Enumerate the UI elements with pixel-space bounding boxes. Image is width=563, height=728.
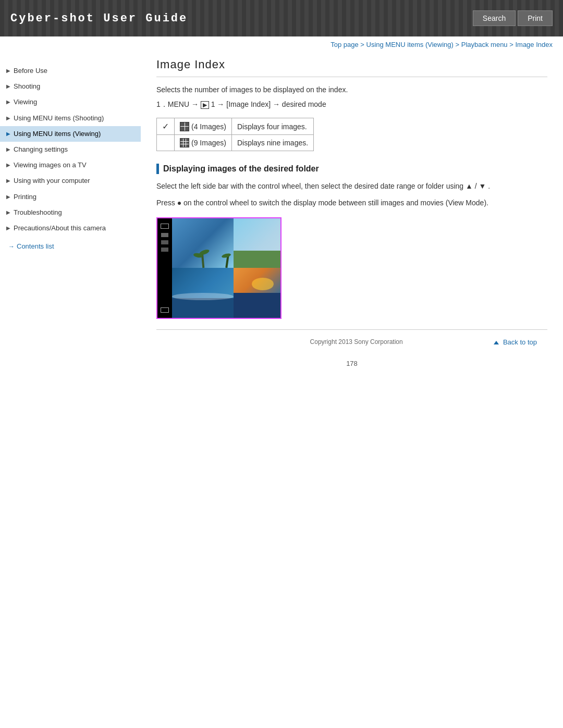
image-sidebar-panel <box>157 218 172 318</box>
sidebar-item-changing-settings[interactable]: ▶ Changing settings <box>0 142 141 157</box>
contents-arrow-icon: → <box>8 243 15 250</box>
sidebar-item-computer[interactable]: ▶ Using with your computer <box>0 173 141 189</box>
photo-cell-1 <box>172 218 234 268</box>
section-heading-text: Displaying images of the desired folder <box>163 164 319 174</box>
panel-top-icon <box>161 224 169 229</box>
sidebar-label-precautions: Precautions/About this camera <box>14 224 106 233</box>
breadcrumb: Top page > Using MENU items (Viewing) > … <box>0 36 563 53</box>
menu-path-text: 1．MENU → ▶ 1 → [Image Index] → desired m… <box>156 100 547 109</box>
breadcrumb-top[interactable]: Top page <box>331 41 359 48</box>
sidebar-label-computer: Using with your computer <box>14 176 90 186</box>
section-text-1: Select the left side bar with the contro… <box>156 180 547 192</box>
sidebar-label-troubleshooting: Troubleshooting <box>14 208 62 217</box>
sidebar-label-changing-settings: Changing settings <box>14 145 68 154</box>
table-row-4images: ✓ (4 Images) Displays four images. <box>157 118 314 135</box>
sidebar-arrow-computer: ▶ <box>6 177 10 184</box>
nine-images-desc: Displays nine images. <box>231 135 313 151</box>
sidebar-arrow-precautions: ▶ <box>6 225 10 232</box>
contents-list-link[interactable]: → Contents list <box>0 236 141 256</box>
photo-grid <box>172 218 282 318</box>
section-text-2: Press ● on the control wheel to switch t… <box>156 197 547 208</box>
sidebar-label-menu-viewing: Using MENU items (Viewing) <box>14 129 101 139</box>
header: Cyber-shot User Guide Search Print <box>0 0 563 36</box>
sidebar-arrow-menu-viewing: ▶ <box>6 130 10 138</box>
print-button[interactable]: Print <box>518 10 553 26</box>
section-bar-icon <box>156 164 159 174</box>
panel-icon-2 <box>161 240 168 244</box>
four-images-desc: Displays four images. <box>231 118 313 135</box>
sidebar-label-viewing-tv: Viewing images on a TV <box>14 161 87 170</box>
sidebar-item-menu-viewing[interactable]: ▶ Using MENU items (Viewing) <box>0 126 141 142</box>
sidebar-label-printing: Printing <box>14 192 36 202</box>
check-cell-9 <box>157 135 175 151</box>
panel-bottom-icon <box>161 307 169 313</box>
sidebar-item-precautions[interactable]: ▶ Precautions/About this camera <box>0 220 141 236</box>
sidebar-label-shooting: Shooting <box>14 82 40 91</box>
sidebar-arrow-shooting: ▶ <box>6 83 10 90</box>
breadcrumb-viewing[interactable]: Using MENU items (Viewing) <box>366 41 454 48</box>
nine-images-label: (9 Images) <box>191 139 226 147</box>
main-content: Image Index Selects the number of images… <box>141 58 563 378</box>
checkmark-icon: ✓ <box>162 122 169 131</box>
sidebar-item-troubleshooting[interactable]: ▶ Troubleshooting <box>0 205 141 220</box>
page-number: 178 <box>156 360 547 367</box>
screenshot-image <box>156 217 282 319</box>
table-row-9images: (9 Images) Displays nine images. <box>157 135 314 151</box>
footer: Copyright 2013 Sony Corporation Back to … <box>156 335 547 349</box>
sidebar-item-before-use[interactable]: ▶ Before Use <box>0 63 141 79</box>
sidebar-arrow-changing-settings: ▶ <box>6 146 10 153</box>
nine-grid-icon <box>180 138 189 147</box>
icon-cell-9: (9 Images) <box>175 135 232 151</box>
sidebar-item-shooting[interactable]: ▶ Shooting <box>0 79 141 94</box>
sidebar-arrow-before-use: ▶ <box>6 67 10 75</box>
sidebar-arrow-viewing: ▶ <box>6 98 10 106</box>
sidebar-item-viewing-tv[interactable]: ▶ Viewing images on a TV <box>0 157 141 173</box>
contents-list-label: Contents list <box>17 242 54 250</box>
search-button[interactable]: Search <box>473 10 516 26</box>
sidebar-arrow-troubleshooting: ▶ <box>6 209 10 216</box>
page-title: Image Index <box>156 58 547 77</box>
header-buttons: Search Print <box>473 10 553 26</box>
sidebar-arrow-printing: ▶ <box>6 193 10 201</box>
back-to-top-link[interactable]: Back to top <box>494 338 537 346</box>
sidebar-label-before-use: Before Use <box>14 66 47 76</box>
four-images-label: (4 Images) <box>191 122 226 131</box>
breadcrumb-image-index[interactable]: Image Index <box>515 41 553 48</box>
photo-cell-4 <box>234 268 282 318</box>
sidebar-label-viewing: Viewing <box>14 97 37 107</box>
section-heading: Displaying images of the desired folder <box>156 164 547 174</box>
icon-cell-4: (4 Images) <box>175 118 232 135</box>
play-icon: ▶ <box>201 101 209 109</box>
check-cell-4: ✓ <box>157 118 175 135</box>
panel-icon-1 <box>161 233 168 237</box>
app-title: Cyber-shot User Guide <box>10 12 188 25</box>
photo-cell-2 <box>234 218 282 268</box>
sidebar-item-viewing[interactable]: ▶ Viewing <box>0 94 141 110</box>
sidebar-arrow-menu-shooting: ▶ <box>6 115 10 122</box>
back-to-top-icon <box>494 341 499 344</box>
page-layout: ▶ Before Use ▶ Shooting ▶ Viewing ▶ Usin… <box>0 53 563 383</box>
photo-cell-3 <box>172 268 234 318</box>
breadcrumb-playback[interactable]: Playback menu <box>461 41 508 48</box>
footer-divider <box>156 329 547 330</box>
sidebar-arrow-viewing-tv: ▶ <box>6 162 10 169</box>
back-to-top-label: Back to top <box>503 338 537 346</box>
description-text: Selects the number of images to be displ… <box>156 85 547 94</box>
sidebar-item-menu-shooting[interactable]: ▶ Using MENU items (Shooting) <box>0 110 141 126</box>
copyright-text: Copyright 2013 Sony Corporation <box>219 338 494 346</box>
sidebar-item-printing[interactable]: ▶ Printing <box>0 189 141 205</box>
sidebar-label-menu-shooting: Using MENU items (Shooting) <box>14 114 104 123</box>
sidebar: ▶ Before Use ▶ Shooting ▶ Viewing ▶ Usin… <box>0 58 141 378</box>
four-grid-icon <box>180 122 189 131</box>
panel-icon-3 <box>161 248 168 252</box>
image-options-table: ✓ (4 Images) Displays four images. <box>156 118 314 151</box>
